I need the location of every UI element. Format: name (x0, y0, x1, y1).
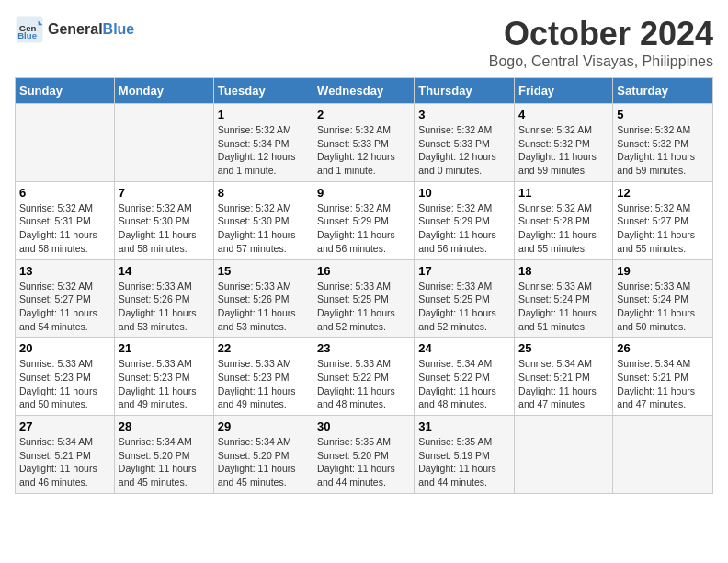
col-header-wednesday: Wednesday (313, 78, 415, 104)
day-number: 28 (119, 419, 210, 433)
calendar-cell: 13Sunrise: 5:32 AM Sunset: 5:27 PM Dayli… (16, 259, 115, 338)
day-info: Sunrise: 5:34 AM Sunset: 5:21 PM Dayligh… (617, 357, 709, 411)
month-title: October 2024 (489, 15, 713, 53)
calendar-week-1: 1Sunrise: 5:32 AM Sunset: 5:34 PM Daylig… (16, 104, 713, 182)
calendar-cell: 8Sunrise: 5:32 AM Sunset: 5:30 PM Daylig… (213, 181, 313, 259)
day-number: 4 (518, 108, 609, 121)
calendar-cell: 12Sunrise: 5:32 AM Sunset: 5:27 PM Dayli… (613, 181, 713, 259)
day-number: 17 (418, 264, 510, 278)
day-info: Sunrise: 5:32 AM Sunset: 5:30 PM Dayligh… (218, 201, 309, 256)
day-info: Sunrise: 5:32 AM Sunset: 5:33 PM Dayligh… (317, 123, 410, 178)
day-info: Sunrise: 5:32 AM Sunset: 5:29 PM Dayligh… (317, 201, 410, 256)
day-number: 24 (418, 341, 510, 355)
day-number: 1 (218, 108, 309, 121)
calendar-cell: 29Sunrise: 5:34 AM Sunset: 5:20 PM Dayli… (213, 416, 313, 494)
day-info: Sunrise: 5:33 AM Sunset: 5:26 PM Dayligh… (218, 280, 309, 334)
day-info: Sunrise: 5:33 AM Sunset: 5:23 PM Dayligh… (19, 357, 110, 411)
day-info: Sunrise: 5:33 AM Sunset: 5:25 PM Dayligh… (317, 280, 410, 334)
day-number: 14 (119, 264, 210, 278)
day-info: Sunrise: 5:35 AM Sunset: 5:20 PM Dayligh… (317, 435, 410, 489)
col-header-saturday: Saturday (613, 78, 713, 104)
day-number: 2 (317, 108, 410, 121)
calendar-cell (114, 104, 213, 182)
calendar-cell: 25Sunrise: 5:34 AM Sunset: 5:21 PM Dayli… (515, 338, 613, 416)
day-number: 25 (518, 341, 609, 355)
calendar-body: 1Sunrise: 5:32 AM Sunset: 5:34 PM Daylig… (16, 104, 713, 494)
calendar-cell: 1Sunrise: 5:32 AM Sunset: 5:34 PM Daylig… (213, 104, 313, 182)
day-number: 26 (617, 341, 709, 355)
day-info: Sunrise: 5:32 AM Sunset: 5:34 PM Dayligh… (218, 123, 309, 178)
day-info: Sunrise: 5:33 AM Sunset: 5:26 PM Dayligh… (119, 280, 210, 334)
calendar-cell: 28Sunrise: 5:34 AM Sunset: 5:20 PM Dayli… (114, 416, 213, 494)
day-number: 3 (418, 108, 510, 121)
day-number: 19 (617, 264, 709, 278)
calendar-cell: 20Sunrise: 5:33 AM Sunset: 5:23 PM Dayli… (16, 338, 115, 416)
col-header-monday: Monday (114, 78, 213, 104)
title-block: October 2024 Bogo, Central Visayas, Phil… (489, 15, 713, 70)
calendar-cell: 26Sunrise: 5:34 AM Sunset: 5:21 PM Dayli… (613, 338, 713, 416)
calendar-cell: 21Sunrise: 5:33 AM Sunset: 5:23 PM Dayli… (114, 338, 213, 416)
day-info: Sunrise: 5:34 AM Sunset: 5:21 PM Dayligh… (19, 435, 110, 489)
col-header-friday: Friday (515, 78, 613, 104)
calendar-cell: 11Sunrise: 5:32 AM Sunset: 5:28 PM Dayli… (515, 181, 613, 259)
calendar-cell: 15Sunrise: 5:33 AM Sunset: 5:26 PM Dayli… (213, 259, 313, 338)
calendar-cell: 27Sunrise: 5:34 AM Sunset: 5:21 PM Dayli… (16, 416, 115, 494)
logo-general: GeneralBlue (48, 21, 134, 38)
day-info: Sunrise: 5:34 AM Sunset: 5:22 PM Dayligh… (418, 357, 510, 411)
day-number: 8 (218, 186, 309, 200)
calendar-cell (16, 104, 115, 182)
calendar-cell: 10Sunrise: 5:32 AM Sunset: 5:29 PM Dayli… (415, 181, 515, 259)
day-number: 31 (418, 419, 510, 433)
calendar-cell (515, 416, 613, 494)
location: Bogo, Central Visayas, Philippines (489, 53, 713, 70)
calendar-cell: 30Sunrise: 5:35 AM Sunset: 5:20 PM Dayli… (313, 416, 415, 494)
page-header: Gen Blue GeneralBlue October 2024 Bogo, … (15, 15, 713, 70)
day-info: Sunrise: 5:32 AM Sunset: 5:27 PM Dayligh… (617, 201, 709, 256)
day-number: 5 (617, 108, 709, 121)
day-info: Sunrise: 5:35 AM Sunset: 5:19 PM Dayligh… (418, 435, 510, 489)
calendar-table: SundayMondayTuesdayWednesdayThursdayFrid… (15, 77, 713, 494)
day-info: Sunrise: 5:33 AM Sunset: 5:22 PM Dayligh… (317, 357, 410, 411)
calendar-week-3: 13Sunrise: 5:32 AM Sunset: 5:27 PM Dayli… (16, 259, 713, 338)
calendar-cell: 17Sunrise: 5:33 AM Sunset: 5:25 PM Dayli… (415, 259, 515, 338)
day-info: Sunrise: 5:32 AM Sunset: 5:28 PM Dayligh… (518, 201, 609, 256)
col-header-sunday: Sunday (16, 78, 115, 104)
calendar-cell: 22Sunrise: 5:33 AM Sunset: 5:23 PM Dayli… (213, 338, 313, 416)
day-number: 29 (218, 419, 309, 433)
day-number: 10 (418, 186, 510, 200)
day-info: Sunrise: 5:32 AM Sunset: 5:32 PM Dayligh… (617, 123, 709, 178)
calendar-cell: 23Sunrise: 5:33 AM Sunset: 5:22 PM Dayli… (313, 338, 415, 416)
day-number: 21 (119, 341, 210, 355)
day-number: 9 (317, 186, 410, 200)
day-info: Sunrise: 5:33 AM Sunset: 5:24 PM Dayligh… (518, 280, 609, 334)
day-info: Sunrise: 5:34 AM Sunset: 5:20 PM Dayligh… (119, 435, 210, 489)
day-info: Sunrise: 5:33 AM Sunset: 5:23 PM Dayligh… (119, 357, 210, 411)
day-info: Sunrise: 5:32 AM Sunset: 5:33 PM Dayligh… (418, 123, 510, 178)
day-number: 30 (317, 419, 410, 433)
day-info: Sunrise: 5:32 AM Sunset: 5:31 PM Dayligh… (19, 201, 110, 256)
day-number: 13 (19, 264, 110, 278)
day-info: Sunrise: 5:32 AM Sunset: 5:32 PM Dayligh… (518, 123, 609, 178)
day-info: Sunrise: 5:33 AM Sunset: 5:23 PM Dayligh… (218, 357, 309, 411)
day-info: Sunrise: 5:32 AM Sunset: 5:27 PM Dayligh… (19, 280, 110, 334)
calendar-cell: 7Sunrise: 5:32 AM Sunset: 5:30 PM Daylig… (114, 181, 213, 259)
calendar-header-row: SundayMondayTuesdayWednesdayThursdayFrid… (16, 78, 713, 104)
calendar-cell: 9Sunrise: 5:32 AM Sunset: 5:29 PM Daylig… (313, 181, 415, 259)
day-info: Sunrise: 5:33 AM Sunset: 5:24 PM Dayligh… (617, 280, 709, 334)
col-header-tuesday: Tuesday (213, 78, 313, 104)
day-number: 15 (218, 264, 309, 278)
calendar-cell: 16Sunrise: 5:33 AM Sunset: 5:25 PM Dayli… (313, 259, 415, 338)
day-info: Sunrise: 5:33 AM Sunset: 5:25 PM Dayligh… (418, 280, 510, 334)
day-number: 20 (19, 341, 110, 355)
day-number: 11 (518, 186, 609, 200)
day-number: 22 (218, 341, 309, 355)
calendar-cell: 3Sunrise: 5:32 AM Sunset: 5:33 PM Daylig… (415, 104, 515, 182)
calendar-cell: 6Sunrise: 5:32 AM Sunset: 5:31 PM Daylig… (16, 181, 115, 259)
day-number: 18 (518, 264, 609, 278)
logo: Gen Blue GeneralBlue (15, 15, 134, 44)
col-header-thursday: Thursday (415, 78, 515, 104)
day-info: Sunrise: 5:32 AM Sunset: 5:30 PM Dayligh… (119, 201, 210, 256)
day-number: 12 (617, 186, 709, 200)
calendar-cell: 14Sunrise: 5:33 AM Sunset: 5:26 PM Dayli… (114, 259, 213, 338)
day-info: Sunrise: 5:34 AM Sunset: 5:20 PM Dayligh… (218, 435, 309, 489)
